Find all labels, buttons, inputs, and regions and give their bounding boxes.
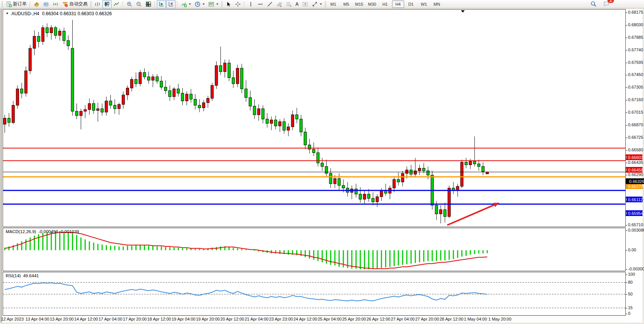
search-button[interactable] <box>589 0 598 8</box>
line-chart-button[interactable] <box>112 0 121 8</box>
navigator-button[interactable] <box>41 0 51 8</box>
tile-windows-icon <box>145 1 151 7</box>
signals-button[interactable] <box>51 0 60 8</box>
crosshair-button[interactable] <box>233 0 242 8</box>
fibonacci-button[interactable]: F <box>284 0 293 8</box>
candle-body <box>477 164 480 167</box>
trend-arrow-head[interactable] <box>493 203 499 207</box>
rsi-tick-label: 80 <box>628 280 633 284</box>
candle-body <box>228 63 230 78</box>
price-tick-label: 0.67595 <box>628 60 643 65</box>
bar-chart-button[interactable] <box>93 0 102 8</box>
zoom-out-button[interactable] <box>134 0 143 8</box>
timeframe-w1[interactable]: W1 <box>418 0 430 8</box>
chart-shift-marker-icon[interactable] <box>461 10 465 13</box>
timeframe-m30[interactable]: M30 <box>366 0 378 8</box>
axis-tick <box>626 250 627 251</box>
rsi-name: RSI(14) <box>6 273 21 278</box>
search-icon <box>590 1 597 7</box>
main-chart-pane[interactable]: ▼ AUDUSD-,H4 0.66304 0.66331 0.66303 0.6… <box>3 9 626 227</box>
trendline-button[interactable] <box>265 0 274 8</box>
new-order-button[interactable]: 新订单 <box>4 0 28 8</box>
dropdown-caret <box>189 3 191 5</box>
vertical-line-button[interactable] <box>246 0 255 8</box>
timeframe-h4[interactable]: H4 <box>392 0 404 8</box>
candle-body <box>461 162 463 187</box>
chart-shift-button[interactable] <box>166 0 175 8</box>
candle-body <box>448 188 451 217</box>
time-tick-label: 24 Apr 12:00 <box>293 317 317 321</box>
equidistant-channel-button[interactable]: E <box>275 0 284 8</box>
timeframe-d1[interactable]: D1 <box>405 0 417 8</box>
time-tick-label: 20 Apr 12:00 <box>220 317 244 321</box>
text-label-button[interactable]: T <box>301 0 310 8</box>
candle-body <box>253 106 256 115</box>
timeframe-m5[interactable]: M5 <box>340 0 352 8</box>
rsi-pane[interactable]: RSI(14) 49.6441 <box>3 272 626 316</box>
auto-scroll-button[interactable] <box>157 0 166 8</box>
level-price-box[interactable]: 0.66112 <box>626 197 642 202</box>
indicators-button[interactable] <box>179 0 193 8</box>
timeframe-m15[interactable]: M15 <box>353 0 365 8</box>
trend-arrow[interactable] <box>447 205 494 225</box>
arrows-button[interactable] <box>310 0 324 8</box>
candle-body <box>376 197 379 202</box>
axis-tick <box>626 100 627 100</box>
separator <box>123 1 123 7</box>
macd-pane[interactable]: MACD(12,26,9) -0.000459 -0.001039 <box>3 228 626 271</box>
level-price-box[interactable]: 0.66458 <box>626 167 642 173</box>
periods-button[interactable] <box>193 0 206 8</box>
templates-button[interactable] <box>207 0 220 8</box>
time-tick-label: 18 Apr 12:00 <box>147 317 171 321</box>
rsi-tick-label: 100 <box>628 272 635 276</box>
signal-icon <box>53 1 59 7</box>
collapse-triangle-icon[interactable]: ▼ <box>6 12 9 15</box>
dropdown-caret <box>216 3 218 5</box>
time-tick-label: 1 May 04:00 <box>464 317 487 321</box>
zoom-in-icon <box>126 1 132 7</box>
candle-body <box>325 167 328 173</box>
candle-body <box>198 105 201 108</box>
level-price-box[interactable]: 0.65954 <box>626 210 642 216</box>
toolbar-grip[interactable] <box>325 1 326 7</box>
svg-text:E: E <box>280 5 282 7</box>
line-anchor-icon <box>626 212 627 214</box>
axis-tick <box>626 294 627 295</box>
timeframe-m1[interactable]: M1 <box>327 0 340 8</box>
macd-chart[interactable] <box>3 228 625 271</box>
tile-windows-button[interactable] <box>144 0 153 8</box>
text-button[interactable]: A <box>294 0 300 8</box>
candlestick-chart-button[interactable] <box>102 0 112 8</box>
market-watch-button[interactable] <box>32 0 41 8</box>
candle-body <box>223 63 226 72</box>
horizontal-line-button[interactable] <box>256 0 265 8</box>
level-price-box[interactable]: 0.66603 <box>626 154 642 160</box>
candle-body <box>101 109 104 112</box>
cursor-arrow-icon <box>225 1 231 7</box>
time-tick-label: 12 Apr 2023 <box>1 317 24 321</box>
toolbar-grip[interactable] <box>90 1 92 7</box>
candle-body <box>169 91 171 97</box>
rsi-tick-label: 50 <box>628 292 633 296</box>
toolbar-grip[interactable] <box>2 1 3 7</box>
level-price-box[interactable]: 0.66270 <box>626 183 642 189</box>
candle-body <box>71 48 74 111</box>
rsi-chart[interactable] <box>3 272 625 315</box>
auto-trading-button[interactable]: 自动交易 <box>61 0 89 8</box>
time-tick-label: 25 Apr 20:00 <box>342 317 366 321</box>
cursor-button[interactable] <box>224 0 233 8</box>
timeframe-h1[interactable]: H1 <box>379 0 391 8</box>
zoom-in-button[interactable] <box>125 0 134 8</box>
candle-body <box>122 95 124 105</box>
candle-body <box>422 168 425 171</box>
time-tick-label: 27 Apr 04:00 <box>391 317 414 321</box>
timeframe-mn[interactable]: MN <box>431 0 443 8</box>
candle-body <box>418 168 421 171</box>
community-button[interactable]: 1 <box>602 0 611 8</box>
candle-body <box>185 94 188 101</box>
candlestick-chart[interactable] <box>3 10 625 227</box>
price-tick-label: 0.65710 <box>628 222 643 227</box>
axis-tick <box>626 225 627 226</box>
axis-tick <box>626 269 627 270</box>
toolbar-grip[interactable] <box>221 1 223 7</box>
